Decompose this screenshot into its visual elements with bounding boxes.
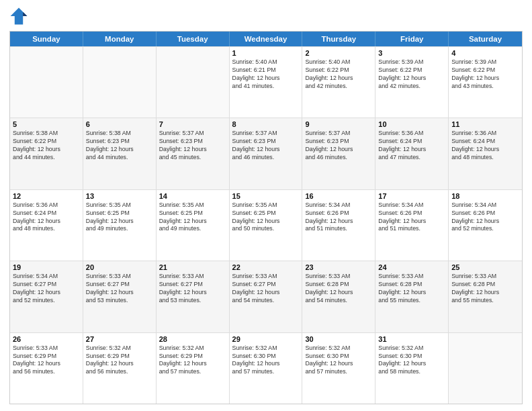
- day-number: 3: [378, 49, 445, 57]
- cell-info: Sunrise: 5:34 AMSunset: 6:26 PMDaylight:…: [305, 201, 372, 234]
- cell-info: Sunrise: 5:35 AMSunset: 6:25 PMDaylight:…: [232, 201, 300, 234]
- cell-info: Sunrise: 5:33 AMSunset: 6:29 PMDaylight:…: [13, 345, 80, 377]
- cal-cell: [10, 47, 83, 118]
- cell-info: Sunrise: 5:39 AMSunset: 6:22 PMDaylight:…: [378, 58, 445, 91]
- cal-cell: 25Sunrise: 5:33 AMSunset: 6:28 PMDayligh…: [449, 261, 522, 332]
- day-number: 2: [305, 49, 372, 57]
- cal-week-1: 1Sunrise: 5:40 AMSunset: 6:21 PMDaylight…: [10, 46, 522, 118]
- cal-week-5: 26Sunrise: 5:33 AMSunset: 6:29 PMDayligh…: [10, 332, 522, 404]
- day-number: 9: [305, 120, 372, 128]
- day-number: 31: [378, 335, 445, 343]
- cal-header-monday: Monday: [83, 32, 157, 46]
- cal-cell: 10Sunrise: 5:36 AMSunset: 6:24 PMDayligh…: [375, 118, 449, 189]
- cell-info: Sunrise: 5:33 AMSunset: 6:28 PMDaylight:…: [305, 273, 372, 305]
- calendar: SundayMondayTuesdayWednesdayThursdayFrid…: [9, 31, 523, 404]
- cal-cell: 13Sunrise: 5:35 AMSunset: 6:25 PMDayligh…: [83, 190, 157, 261]
- cell-info: Sunrise: 5:32 AMSunset: 6:30 PMDaylight:…: [232, 345, 300, 377]
- day-number: 26: [13, 335, 80, 343]
- cal-cell: 5Sunrise: 5:38 AMSunset: 6:22 PMDaylight…: [10, 118, 83, 189]
- cell-info: Sunrise: 5:32 AMSunset: 6:30 PMDaylight:…: [378, 345, 445, 377]
- cal-cell: 12Sunrise: 5:36 AMSunset: 6:24 PMDayligh…: [10, 190, 83, 261]
- day-number: 23: [305, 263, 372, 271]
- cal-cell: 24Sunrise: 5:33 AMSunset: 6:28 PMDayligh…: [375, 261, 449, 332]
- cell-info: Sunrise: 5:33 AMSunset: 6:28 PMDaylight:…: [378, 273, 445, 305]
- day-number: 7: [159, 120, 226, 128]
- cell-info: Sunrise: 5:38 AMSunset: 6:23 PMDaylight:…: [86, 130, 153, 162]
- cal-week-2: 5Sunrise: 5:38 AMSunset: 6:22 PMDaylight…: [10, 118, 522, 189]
- day-number: 13: [86, 192, 153, 200]
- cal-cell: 26Sunrise: 5:33 AMSunset: 6:29 PMDayligh…: [10, 333, 83, 404]
- day-number: 20: [86, 263, 153, 271]
- cal-cell: 29Sunrise: 5:32 AMSunset: 6:30 PMDayligh…: [230, 333, 303, 404]
- cell-info: Sunrise: 5:35 AMSunset: 6:25 PMDaylight:…: [159, 201, 226, 234]
- day-number: 30: [305, 335, 372, 343]
- cal-cell: 23Sunrise: 5:33 AMSunset: 6:28 PMDayligh…: [302, 261, 375, 332]
- cal-cell: 28Sunrise: 5:32 AMSunset: 6:29 PMDayligh…: [157, 333, 230, 404]
- day-number: 27: [86, 335, 153, 343]
- calendar-header-row: SundayMondayTuesdayWednesdayThursdayFrid…: [10, 32, 522, 46]
- cal-cell: 8Sunrise: 5:37 AMSunset: 6:23 PMDaylight…: [230, 118, 303, 189]
- cal-cell: 27Sunrise: 5:32 AMSunset: 6:29 PMDayligh…: [83, 333, 157, 404]
- cal-cell: 17Sunrise: 5:34 AMSunset: 6:26 PMDayligh…: [375, 190, 449, 261]
- cal-cell: 19Sunrise: 5:34 AMSunset: 6:27 PMDayligh…: [10, 261, 83, 332]
- day-number: 21: [159, 263, 226, 271]
- day-number: 12: [13, 192, 80, 200]
- cal-week-4: 19Sunrise: 5:34 AMSunset: 6:27 PMDayligh…: [10, 261, 522, 332]
- day-number: 4: [451, 49, 519, 57]
- day-number: 19: [13, 263, 80, 271]
- cell-info: Sunrise: 5:39 AMSunset: 6:22 PMDaylight:…: [451, 58, 519, 91]
- cell-info: Sunrise: 5:33 AMSunset: 6:27 PMDaylight:…: [232, 273, 300, 305]
- logo-icon: [9, 7, 28, 26]
- cal-cell: 11Sunrise: 5:36 AMSunset: 6:24 PMDayligh…: [449, 118, 522, 189]
- day-number: 5: [13, 120, 80, 128]
- cal-header-sunday: Sunday: [10, 32, 83, 46]
- page: SundayMondayTuesdayWednesdayThursdayFrid…: [0, 0, 532, 411]
- cell-info: Sunrise: 5:36 AMSunset: 6:24 PMDaylight:…: [451, 130, 519, 162]
- cal-header-thursday: Thursday: [302, 32, 375, 46]
- cal-cell: 14Sunrise: 5:35 AMSunset: 6:25 PMDayligh…: [157, 190, 230, 261]
- cal-cell: 9Sunrise: 5:37 AMSunset: 6:23 PMDaylight…: [302, 118, 375, 189]
- cal-cell: [157, 47, 230, 118]
- cell-info: Sunrise: 5:34 AMSunset: 6:26 PMDaylight:…: [378, 201, 445, 234]
- cal-cell: 31Sunrise: 5:32 AMSunset: 6:30 PMDayligh…: [375, 333, 449, 404]
- cal-header-tuesday: Tuesday: [157, 32, 230, 46]
- day-number: 17: [378, 192, 445, 200]
- cal-cell: 18Sunrise: 5:34 AMSunset: 6:26 PMDayligh…: [449, 190, 522, 261]
- cell-info: Sunrise: 5:32 AMSunset: 6:30 PMDaylight:…: [305, 345, 372, 377]
- calendar-body: 1Sunrise: 5:40 AMSunset: 6:21 PMDaylight…: [10, 46, 522, 404]
- cell-info: Sunrise: 5:40 AMSunset: 6:21 PMDaylight:…: [232, 58, 300, 91]
- cell-info: Sunrise: 5:35 AMSunset: 6:25 PMDaylight:…: [86, 201, 153, 234]
- cal-cell: 22Sunrise: 5:33 AMSunset: 6:27 PMDayligh…: [230, 261, 303, 332]
- cal-week-3: 12Sunrise: 5:36 AMSunset: 6:24 PMDayligh…: [10, 189, 522, 261]
- cell-info: Sunrise: 5:34 AMSunset: 6:26 PMDaylight:…: [451, 201, 519, 234]
- day-number: 10: [378, 120, 445, 128]
- cal-cell: 20Sunrise: 5:33 AMSunset: 6:27 PMDayligh…: [83, 261, 157, 332]
- cell-info: Sunrise: 5:33 AMSunset: 6:27 PMDaylight:…: [86, 273, 153, 305]
- day-number: 6: [86, 120, 153, 128]
- cal-header-saturday: Saturday: [449, 32, 522, 46]
- cal-cell: 21Sunrise: 5:33 AMSunset: 6:27 PMDayligh…: [157, 261, 230, 332]
- cell-info: Sunrise: 5:33 AMSunset: 6:27 PMDaylight:…: [159, 273, 226, 305]
- cell-info: Sunrise: 5:37 AMSunset: 6:23 PMDaylight:…: [232, 130, 300, 162]
- day-number: 29: [232, 335, 300, 343]
- day-number: 15: [232, 192, 300, 200]
- cal-cell: 6Sunrise: 5:38 AMSunset: 6:23 PMDaylight…: [83, 118, 157, 189]
- cell-info: Sunrise: 5:34 AMSunset: 6:27 PMDaylight:…: [13, 273, 80, 305]
- cal-cell: 7Sunrise: 5:37 AMSunset: 6:23 PMDaylight…: [157, 118, 230, 189]
- cell-info: Sunrise: 5:36 AMSunset: 6:24 PMDaylight:…: [378, 130, 445, 162]
- day-number: 1: [232, 49, 300, 57]
- cal-cell: [449, 333, 522, 404]
- day-number: 11: [451, 120, 519, 128]
- day-number: 8: [232, 120, 300, 128]
- cell-info: Sunrise: 5:36 AMSunset: 6:24 PMDaylight:…: [13, 201, 80, 234]
- day-number: 25: [451, 263, 519, 271]
- day-number: 22: [232, 263, 300, 271]
- cal-cell: 4Sunrise: 5:39 AMSunset: 6:22 PMDaylight…: [449, 47, 522, 118]
- cal-cell: 1Sunrise: 5:40 AMSunset: 6:21 PMDaylight…: [230, 47, 303, 118]
- cal-cell: 15Sunrise: 5:35 AMSunset: 6:25 PMDayligh…: [230, 190, 303, 261]
- cal-cell: [83, 47, 157, 118]
- day-number: 14: [159, 192, 226, 200]
- header: [9, 7, 523, 26]
- day-number: 18: [451, 192, 519, 200]
- day-number: 28: [159, 335, 226, 343]
